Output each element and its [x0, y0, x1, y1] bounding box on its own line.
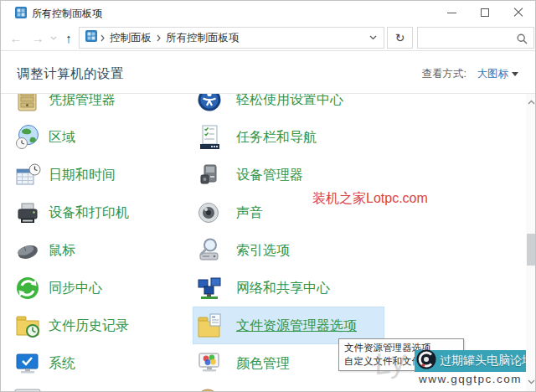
region-icon: [14, 124, 41, 151]
up-button[interactable]: ↑: [59, 24, 78, 51]
faint-watermark: Ly: [372, 343, 408, 383]
item-mouse[interactable]: 鼠标: [14, 237, 186, 264]
item-label: 同步中心: [49, 280, 102, 297]
partial-icon: [14, 388, 41, 392]
scroll-down-button[interactable]: [526, 375, 536, 389]
file-explorer-options-icon: [196, 312, 223, 339]
control-panel-icon: [15, 7, 27, 22]
up-icon: ↑: [65, 31, 72, 45]
maximize-icon: [481, 8, 489, 17]
close-icon: [513, 8, 523, 18]
item-label: 文件历史记录: [49, 317, 129, 335]
item-sync-center[interactable]: 同步中心: [14, 275, 186, 302]
page-header: 调整计算机的设置 查看方式: 大图标: [1, 51, 535, 94]
minimize-icon: [447, 13, 456, 13]
sync-center-icon: [14, 275, 41, 302]
item-label: 区域: [49, 129, 75, 147]
page-title: 调整计算机的设置: [17, 65, 124, 83]
navigation-bar: ← → ↑ 控制面板 所有控制面板项 ↻: [1, 24, 535, 51]
back-icon: ←: [10, 31, 23, 45]
chevron-down-icon: [369, 35, 377, 40]
item-label: 轻松使用设置中心: [236, 94, 343, 109]
breadcrumb-all-items[interactable]: 所有控制面板项: [164, 31, 241, 45]
item-system[interactable]: 系统: [14, 350, 186, 377]
system-icon: [14, 350, 41, 377]
device-manager-icon: [196, 162, 223, 188]
item-devices-printers[interactable]: 设备和打印机: [14, 199, 186, 226]
devices-printers-icon: [14, 199, 41, 226]
back-button[interactable]: ←: [6, 24, 26, 51]
item-label: 设备和打印机: [49, 204, 129, 222]
network-sharing-icon: [196, 275, 223, 302]
item-date-time[interactable]: 日期和时间: [14, 162, 186, 188]
item-partial[interactable]: [196, 388, 384, 392]
search-input[interactable]: [421, 28, 513, 47]
item-credential-manager[interactable]: 凭据管理器: [14, 94, 186, 113]
watermark-badge-text: 过期罐头电脑论坛: [440, 353, 533, 369]
close-button[interactable]: [502, 1, 535, 24]
sound-icon: [196, 199, 223, 226]
refresh-button[interactable]: ↻: [387, 27, 413, 49]
item-label: 索引选项: [236, 242, 290, 260]
breadcrumb-control-panel[interactable]: 控制面板: [108, 31, 153, 45]
chevron-down-icon: [50, 36, 57, 40]
item-ease-of-access[interactable]: 轻松使用设置中心: [196, 94, 384, 113]
maximize-button[interactable]: [468, 1, 502, 24]
partial-icon: [196, 388, 223, 392]
item-indexing-options[interactable]: 索引选项: [196, 237, 384, 264]
chevron-down-icon: [528, 379, 535, 384]
control-panel-icon: [85, 30, 97, 45]
recent-pages-button[interactable]: [48, 24, 59, 51]
taskbar-navigation-icon: [196, 124, 223, 151]
item-label: 凭据管理器: [49, 94, 116, 109]
chevron-right-icon: [100, 34, 105, 42]
color-management-icon: [196, 350, 223, 377]
item-partial[interactable]: [14, 388, 186, 392]
item-device-manager[interactable]: 设备管理器: [196, 162, 384, 188]
item-file-explorer-options[interactable]: 文件资源管理器选项: [196, 312, 384, 339]
item-label: 声音: [236, 204, 263, 222]
search-box: [417, 27, 534, 49]
watermark-badge: 过期罐头电脑论坛: [415, 350, 536, 372]
forward-icon: →: [32, 31, 44, 45]
control-panel-window: 所有控制面板项 ← → ↑ 控制面板 所有控制面板项 ↻: [0, 0, 536, 392]
file-history-icon: [14, 312, 41, 339]
minimize-button[interactable]: [435, 1, 468, 24]
view-by-selector[interactable]: 大图标: [477, 67, 509, 81]
address-dropdown-button[interactable]: [369, 35, 377, 40]
credential-manager-icon: [14, 94, 41, 113]
chevron-right-icon: [157, 34, 161, 42]
search-icon: [517, 33, 528, 48]
refresh-icon: ↻: [395, 31, 405, 44]
watermark-red-text: 装机之家Lotpc.com: [312, 190, 428, 208]
scrollbar-thumb[interactable]: [527, 234, 536, 266]
indexing-options-icon: [196, 237, 223, 264]
chevron-up-icon: [528, 100, 535, 105]
chevron-down-icon[interactable]: [512, 72, 518, 76]
watermark-url: www.gqgtpc.com: [419, 373, 522, 385]
item-label: 设备管理器: [236, 167, 303, 184]
item-label: 网络和共享中心: [236, 280, 330, 297]
item-label: 颜色管理: [236, 355, 290, 373]
window-title: 所有控制面板项: [32, 7, 102, 21]
item-label: 系统: [49, 355, 75, 373]
item-file-history[interactable]: 文件历史记录: [14, 312, 186, 339]
item-network-sharing[interactable]: 网络和共享中心: [196, 275, 384, 302]
item-taskbar-navigation[interactable]: 任务栏和导航: [196, 124, 384, 151]
item-region[interactable]: 区域: [14, 124, 186, 151]
mouse-icon: [14, 237, 41, 264]
date-time-icon: [14, 162, 41, 188]
control-panel-items-list: 凭据管理器 轻松使用设置中心 区域 任务栏和导航 日期和时间: [1, 94, 536, 392]
item-label: 日期和时间: [49, 167, 116, 184]
address-bar[interactable]: 控制面板 所有控制面板项: [79, 27, 384, 49]
titlebar: 所有控制面板项: [1, 1, 535, 24]
scrollbar[interactable]: [526, 94, 536, 392]
view-by-label: 查看方式:: [422, 67, 466, 81]
item-label: 鼠标: [49, 242, 75, 260]
forward-button[interactable]: →: [28, 24, 48, 51]
forum-logo-icon: [416, 349, 436, 373]
item-label: 文件资源管理器选项: [236, 317, 357, 335]
item-label: 任务栏和导航: [236, 129, 317, 147]
ease-of-access-icon: [196, 94, 223, 113]
scroll-up-button[interactable]: [526, 95, 536, 109]
